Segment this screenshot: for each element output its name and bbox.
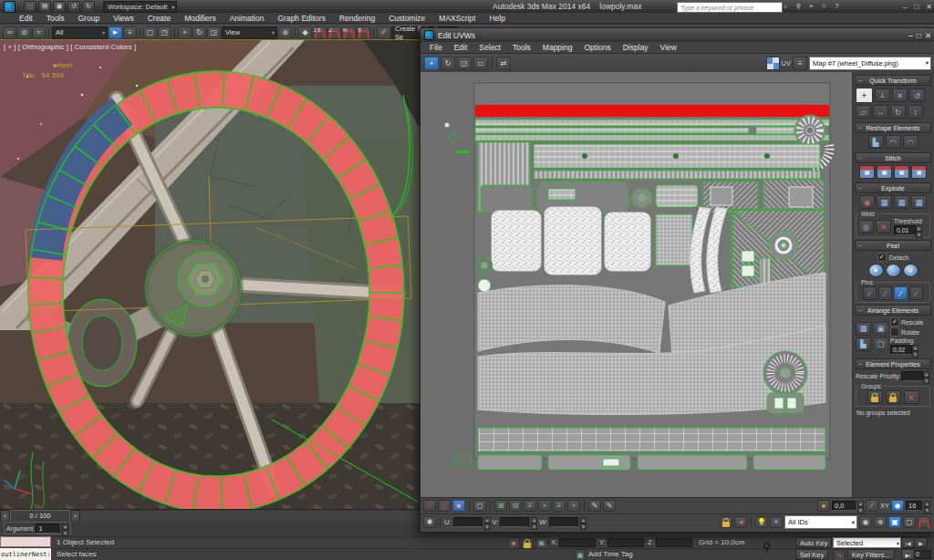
- rotate-90-cw-button[interactable]: ↻: [890, 105, 906, 119]
- soft-selection-falloff-field[interactable]: 0,0: [832, 501, 856, 511]
- select-and-scale-button[interactable]: ◲: [207, 26, 221, 39]
- open-file-button[interactable]: ▤: [38, 1, 51, 13]
- percent-snap-toggle[interactable]: %: [342, 26, 356, 39]
- rollout-arrange-elements[interactable]: −Arrange Elements: [855, 305, 931, 316]
- padding-spinner[interactable]: ▲▼: [912, 345, 918, 355]
- space-vertical-button[interactable]: ↕: [908, 105, 923, 119]
- falloff-type-button[interactable]: ∕: [866, 500, 878, 512]
- selection-lock-icon[interactable]: [521, 537, 534, 549]
- argument-spinner[interactable]: ▲▼: [62, 524, 68, 534]
- menu-tools[interactable]: Tools: [40, 14, 71, 23]
- uv-space-label[interactable]: UV: [782, 59, 791, 67]
- maxscript-mini-listener-white[interactable]: outlinerNest:: [0, 548, 51, 560]
- unlink-selection-icon[interactable]: ⊘: [17, 26, 31, 39]
- select-loop-button[interactable]: ≡: [524, 500, 536, 512]
- grow-selection-button[interactable]: ⊞: [494, 500, 507, 512]
- menu-graph-editors[interactable]: Graph Editors: [271, 14, 331, 23]
- weld-custom-button[interactable]: ◎: [858, 220, 874, 233]
- relax-until-flat-button[interactable]: ◠: [886, 135, 901, 149]
- search-history-icon[interactable]: ⌕: [781, 1, 791, 11]
- uvw-menu-select[interactable]: Select: [473, 43, 506, 52]
- uvw-maximize-button[interactable]: □: [917, 31, 921, 40]
- menu-rendering[interactable]: Rendering: [333, 14, 381, 23]
- select-ring-button[interactable]: ≡: [553, 500, 566, 512]
- flatten-by-material-button[interactable]: ▦: [894, 195, 909, 209]
- rotate-checkbox[interactable]: [890, 327, 899, 337]
- select-group-button[interactable]: [886, 390, 901, 404]
- workspace-dropdown[interactable]: Workspace: Default: [103, 1, 177, 13]
- weld-threshold-spinner[interactable]: ▲▼: [916, 225, 922, 235]
- flatten-by-smoothing-button[interactable]: ▦: [877, 195, 892, 209]
- reset-peel-button[interactable]: ↺: [903, 264, 918, 277]
- reference-coordinate-dropdown[interactable]: View: [222, 26, 277, 39]
- menu-help[interactable]: Help: [483, 14, 511, 23]
- key-mode-dropdown[interactable]: Selected: [833, 537, 901, 548]
- spinner-snap-toggle[interactable]: ⇅: [357, 26, 370, 39]
- rescale-elements-button[interactable]: ▣: [873, 322, 888, 336]
- rotate-elements-button[interactable]: ▢: [873, 337, 888, 351]
- brush-size-field[interactable]: 16: [906, 501, 922, 511]
- search-input[interactable]: Type a keyword or phrase: [677, 2, 783, 13]
- w-coordinate-field[interactable]: [549, 517, 578, 527]
- flatten-by-polygon-button[interactable]: ▦: [911, 195, 927, 209]
- brush-size-spinner[interactable]: ▲▼: [924, 501, 930, 511]
- uvw-move-button[interactable]: +: [424, 57, 439, 70]
- zoom-button[interactable]: ⊕: [874, 516, 887, 528]
- app-logo-icon[interactable]: [4, 1, 16, 13]
- pack-custom-button[interactable]: ▙: [856, 337, 871, 351]
- vertex-subobject-button[interactable]: ∴: [423, 500, 436, 512]
- current-frame-field[interactable]: 0: [915, 550, 931, 559]
- menu-views[interactable]: Views: [107, 14, 140, 23]
- minimize-button[interactable]: –: [903, 3, 907, 11]
- uv-selected-faces-strip[interactable]: [475, 105, 829, 117]
- stitch-to-target-button[interactable]: ▦: [877, 165, 892, 179]
- align-selection-button[interactable]: +: [856, 88, 873, 103]
- isolate-selection-icon[interactable]: ☻: [507, 537, 520, 549]
- close-button[interactable]: ✕: [926, 3, 932, 11]
- weld-selected-button[interactable]: ✕: [876, 220, 891, 233]
- ungroup-button[interactable]: ✕: [904, 390, 919, 404]
- select-by-name-button[interactable]: ≡: [123, 26, 137, 39]
- add-time-tag[interactable]: Add Time Tag: [588, 550, 633, 558]
- go-to-start-button[interactable]: |◀: [901, 537, 915, 548]
- time-tag-icon[interactable]: ▣: [575, 549, 586, 560]
- uvw-menu-tools[interactable]: Tools: [507, 43, 536, 52]
- menu-group[interactable]: Group: [72, 14, 107, 23]
- v-spinner[interactable]: ▲▼: [531, 517, 537, 527]
- freeze-button[interactable]: ✳: [770, 516, 783, 528]
- filter-selected-faces-button[interactable]: ◄: [734, 516, 747, 528]
- pack-normalize-button[interactable]: ▦: [856, 322, 871, 336]
- stitch-to-source-button[interactable]: ▦: [894, 165, 909, 179]
- u-spinner[interactable]: ▲▼: [484, 517, 491, 527]
- x-coordinate-field[interactable]: [559, 538, 596, 547]
- options-gear-button[interactable]: ✱: [423, 516, 436, 528]
- play-button[interactable]: ▶: [914, 537, 928, 548]
- v-coordinate-field[interactable]: [500, 517, 529, 527]
- argument-field[interactable]: 1: [36, 524, 59, 534]
- uv-layout[interactable]: [420, 72, 852, 497]
- uvw-mirror-button[interactable]: ⇄: [496, 57, 511, 70]
- rescale-checkbox[interactable]: [890, 317, 899, 327]
- show-map-toggle[interactable]: [766, 57, 780, 70]
- unpin-all-button[interactable]: ∕: [909, 286, 923, 300]
- select-and-rotate-button[interactable]: ↻: [192, 26, 206, 39]
- paint-select-inc-button[interactable]: ✎: [603, 500, 616, 512]
- uvw-scale-button[interactable]: ◲: [457, 57, 472, 70]
- select-and-move-button[interactable]: +: [178, 26, 192, 39]
- unpin-tool-button[interactable]: ∕: [878, 286, 892, 300]
- rescale-priority-spinner[interactable]: ▲▼: [923, 371, 929, 381]
- u-coordinate-field[interactable]: [453, 517, 483, 527]
- soft-selection-spinner[interactable]: ▲▼: [857, 501, 864, 511]
- all-ids-dropdown[interactable]: All IDs: [784, 515, 857, 529]
- rollout-reshape-elements[interactable]: −Reshape Elements: [855, 122, 931, 133]
- wheel-hub[interactable]: [146, 241, 241, 336]
- uvw-title-bar[interactable]: Edit UVWs – □ ✕: [420, 28, 934, 42]
- detach-checkbox[interactable]: [877, 253, 887, 262]
- relax-tool-button[interactable]: ◠: [903, 135, 918, 149]
- grow-loop-button[interactable]: +: [538, 500, 551, 512]
- stitch-to-average-button[interactable]: ▦: [911, 165, 927, 179]
- falloff-space-label[interactable]: XY: [880, 502, 889, 510]
- align-horizontal-button[interactable]: ⟂: [875, 88, 890, 102]
- menu-modifiers[interactable]: Modifiers: [178, 14, 222, 23]
- snaps-toggle-button[interactable]: 2.5: [313, 26, 327, 39]
